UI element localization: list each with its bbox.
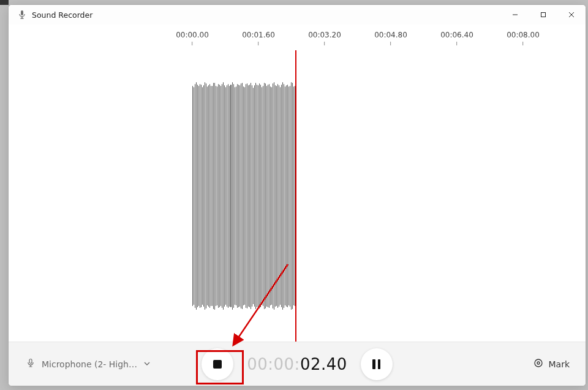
ruler-tick: 00:08.00 [507, 31, 540, 45]
ruler-tick-label: 00:03.20 [308, 31, 341, 39]
microphone-picker[interactable]: Microphone (2- High… [20, 354, 157, 373]
titlebar[interactable]: Sound Recorder [9, 5, 586, 25]
ruler-tick-mark [324, 42, 325, 45]
ruler-tick-mark [258, 42, 258, 45]
ruler-tick-label: 00:04.80 [374, 31, 407, 39]
window-title: Sound Recorder [32, 10, 92, 20]
mark-button[interactable]: Mark [529, 354, 575, 373]
ruler-tick: 00:00.00 [176, 31, 209, 45]
close-button[interactable] [557, 5, 586, 25]
ruler-tick-mark [456, 42, 457, 45]
svg-point-11 [537, 362, 540, 364]
waveform [192, 50, 295, 342]
timer-seconds: 02.40 [300, 355, 347, 373]
time-ruler: 00:00.0000:01.6000:03.2000:04.8000:06.40… [9, 31, 586, 50]
ruler-tick-label: 00:08.00 [507, 31, 540, 39]
playhead[interactable] [295, 50, 296, 342]
microphone-icon [26, 358, 36, 370]
ruler-tick-label: 00:01.60 [242, 31, 275, 39]
window-controls [501, 5, 586, 25]
waveform-area[interactable] [9, 50, 586, 342]
pause-icon [372, 359, 380, 369]
background-desktop-peek [0, 0, 9, 5]
svg-rect-0 [21, 10, 23, 15]
ruler-tick: 00:03.20 [308, 31, 341, 45]
mark-icon [533, 358, 543, 370]
ruler-tick: 00:06.40 [440, 31, 473, 45]
stop-icon [213, 360, 222, 369]
ruler-tick-mark [522, 42, 523, 45]
ruler-tick-label: 00:06.40 [440, 31, 473, 39]
elapsed-time: 00:00:02.40 [247, 355, 347, 373]
ruler-tick-mark [192, 42, 192, 45]
ruler-tick-label: 00:00.00 [176, 31, 209, 39]
svg-point-10 [535, 359, 542, 367]
timer-prefix: 00:00: [247, 355, 300, 373]
ruler-tick-mark [390, 42, 391, 45]
svg-rect-4 [541, 13, 546, 17]
app-icon [17, 10, 27, 20]
sound-recorder-window: Sound Recorder 00:00.0000:01.6000:03.200… [8, 4, 586, 386]
mark-label: Mark [548, 359, 570, 369]
ruler-tick: 00:01.60 [242, 31, 275, 45]
control-bar: Microphone (2- High… 00:00:02.40 [9, 342, 586, 386]
minimize-button[interactable] [501, 5, 529, 25]
microphone-label: Microphone (2- High… [42, 359, 137, 369]
svg-rect-7 [29, 359, 32, 364]
maximize-button[interactable] [529, 5, 557, 25]
stop-button[interactable] [202, 348, 233, 380]
pause-button[interactable] [361, 348, 393, 380]
chevron-down-icon [143, 359, 151, 369]
ruler-tick: 00:04.80 [374, 31, 407, 45]
